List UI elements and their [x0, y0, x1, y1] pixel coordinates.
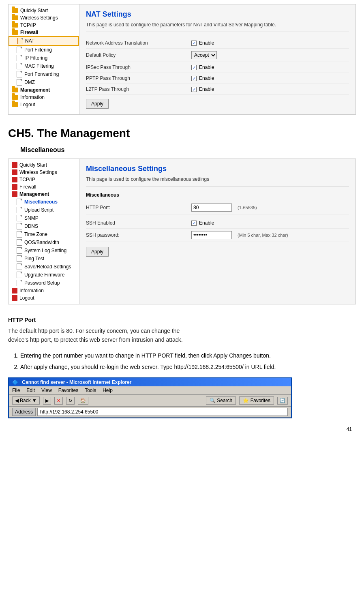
folder-icon — [12, 23, 18, 28]
sidebar-nav-2: Quickly Start Wireless Settings TCP/IP F… — [9, 159, 79, 304]
checkbox-translation[interactable] — [191, 41, 197, 46]
checkbox-ssh[interactable] — [191, 221, 197, 226]
sidebar2-item-snmp[interactable]: SNMP — [9, 214, 79, 222]
sidebar2-item-ping-test[interactable]: Ping Test — [9, 255, 79, 263]
sidebar-item-information[interactable]: Information — [9, 94, 79, 101]
folder-icon — [12, 8, 18, 13]
sidebar2-item-qos[interactable]: QOS/Bandwidth — [9, 238, 79, 246]
sidebar2-item-syslog[interactable]: System Log Setting — [9, 246, 79, 255]
http-port-title: HTTP Port — [8, 317, 356, 323]
misc-page-desc: This page is used to configure the misce… — [86, 176, 349, 186]
nat-row-ipsec: IPSec Pass Through Enable — [86, 62, 349, 73]
page-icon — [17, 247, 22, 254]
page-icon — [17, 231, 22, 238]
checkbox-l2tp[interactable] — [191, 87, 197, 92]
ie-address-input[interactable] — [37, 408, 288, 416]
ie-menu-file[interactable]: File — [12, 388, 20, 393]
sidebar-item-wireless[interactable]: Wireless Settings — [9, 14, 79, 21]
sidebar-item-ip-filtering[interactable]: IP Filtering — [9, 54, 79, 62]
nat-apply-button[interactable]: Apply — [86, 99, 109, 109]
ssh-password-hint: (Min 5 char, Max 32 char) — [238, 233, 288, 238]
misc-page-title: Miscellaneous Settings — [86, 165, 349, 173]
ie-window-icon: 🔷 — [12, 379, 18, 385]
sidebar2-item-quickly-start[interactable]: Quickly Start — [9, 161, 79, 169]
ie-address-label: Address — [12, 408, 36, 416]
chapter-title: CH5. The Management — [8, 127, 356, 140]
sidebar-item-port-filtering[interactable]: Port Filtering — [9, 46, 79, 54]
sidebar2-item-information[interactable]: Information — [9, 287, 79, 294]
nat-label-translation: Network Address Translation — [86, 40, 191, 46]
sidebar-nav-1: Quickly Start Wireless Settings TCP/IP F… — [9, 4, 79, 114]
ie-back-button[interactable]: ◀ Back ▼ — [12, 396, 40, 405]
nat-label-ipsec: IPSec Pass Through — [86, 64, 191, 70]
nat-row-pptp: PPTP Pass Through Enable — [86, 73, 349, 84]
sidebar-item-nat[interactable]: NAT — [9, 36, 79, 46]
sidebar2-item-wireless[interactable]: Wireless Settings — [9, 169, 79, 176]
ie-menu-tools[interactable]: Tools — [85, 388, 96, 393]
ssh-enable-text: Enable — [199, 220, 214, 226]
nat-label-policy: Default Policy — [86, 52, 191, 58]
folder-icon — [12, 288, 17, 294]
ie-refresh-button[interactable]: ↻ — [66, 397, 75, 405]
sidebar-item-mac-filtering[interactable]: MAC Filtering — [9, 62, 79, 70]
sidebar2-item-management[interactable]: Management — [9, 191, 79, 198]
ie-extra-button[interactable]: 🔄 — [277, 397, 288, 405]
checkbox-ipsec[interactable] — [191, 65, 197, 70]
http-port-range: (1-65535) — [238, 205, 257, 210]
http-port-value-container: (1-65535) — [191, 204, 257, 212]
page-icon — [17, 215, 22, 221]
back-dropdown-icon: ▼ — [32, 398, 37, 403]
ie-window: 🔷 Cannot find server - Microsoft Interne… — [8, 377, 292, 418]
http-step-2: After apply change, you should re-login … — [20, 362, 356, 372]
folder-icon — [12, 169, 17, 175]
ie-toolbar: ◀ Back ▼ ▶ ✕ ↻ 🏠 🔍 Search ⭐ Favorites 🔄 — [9, 395, 291, 407]
ssh-password-input[interactable] — [191, 231, 232, 239]
sidebar-item-port-forwarding[interactable]: Port Forwarding — [9, 70, 79, 78]
ie-menu-favorites[interactable]: Favorites — [58, 388, 78, 393]
nat-row-default-policy: Default Policy Accept Drop — [86, 49, 349, 62]
sidebar-item-quickly-start[interactable]: Quickly Start — [9, 7, 79, 14]
folder-icon — [12, 162, 17, 168]
ie-favorites-button[interactable]: ⭐ Favorites — [239, 396, 274, 405]
http-port-input[interactable] — [191, 204, 232, 212]
misc-ssh-row: SSH Enabled Enable — [86, 218, 349, 229]
ie-menu-view[interactable]: View — [41, 388, 52, 393]
misc-section-label: Miscellaneous — [86, 192, 349, 198]
ie-home-button[interactable]: 🏠 — [78, 397, 88, 405]
misc-settings-panel: Quickly Start Wireless Settings TCP/IP F… — [8, 159, 356, 304]
page-icon — [17, 223, 22, 229]
sidebar2-item-miscellaneous[interactable]: Miscellaneous — [9, 198, 79, 206]
sidebar2-item-ddns[interactable]: DDNS — [9, 222, 79, 230]
sidebar2-item-upload-script[interactable]: Upload Script — [9, 206, 79, 214]
sidebar2-item-password[interactable]: Password Setup — [9, 279, 79, 287]
page-icon — [17, 71, 22, 77]
sidebar2-item-save-reload[interactable]: Save/Reload Settings — [9, 263, 79, 271]
nat-label-pptp: PPTP Pass Through — [86, 75, 191, 81]
folder-icon — [12, 102, 18, 107]
page-icon — [17, 38, 23, 44]
nat-value-translation: Enable — [191, 40, 214, 46]
sidebar2-item-tcpip[interactable]: TCP/IP — [9, 176, 79, 183]
ie-stop-button[interactable]: ✕ — [54, 397, 63, 405]
ie-forward-button[interactable]: ▶ — [43, 397, 51, 405]
folder-icon — [12, 177, 17, 182]
enable-label-pptp: Enable — [199, 75, 214, 81]
nat-label-l2tp: L2TP Pass Through — [86, 86, 191, 92]
sidebar-item-firewall[interactable]: Firewall — [9, 29, 79, 36]
page-icon — [17, 79, 22, 86]
misc-apply-button[interactable]: Apply — [86, 247, 109, 257]
sidebar-item-logout[interactable]: Logout — [9, 101, 79, 108]
sidebar2-item-firewall[interactable]: Firewall — [9, 183, 79, 191]
sidebar2-item-upgrade[interactable]: Upgrade Firmware — [9, 271, 79, 279]
sidebar-item-dmz[interactable]: DMZ — [9, 78, 79, 86]
sidebar-item-tcpip[interactable]: TCP/IP — [9, 21, 79, 29]
ie-search-button[interactable]: 🔍 Search — [206, 396, 236, 405]
sidebar2-item-logout[interactable]: Logout — [9, 294, 79, 302]
ie-menu-help[interactable]: Help — [103, 388, 113, 393]
checkbox-pptp[interactable] — [191, 76, 197, 81]
nat-settings-panel: Quickly Start Wireless Settings TCP/IP F… — [8, 4, 356, 115]
default-policy-select[interactable]: Accept Drop — [191, 51, 217, 59]
ie-menu-edit[interactable]: Edit — [26, 388, 35, 393]
sidebar-item-management[interactable]: Management — [9, 86, 79, 94]
sidebar2-item-timezone[interactable]: Time Zone — [9, 230, 79, 238]
